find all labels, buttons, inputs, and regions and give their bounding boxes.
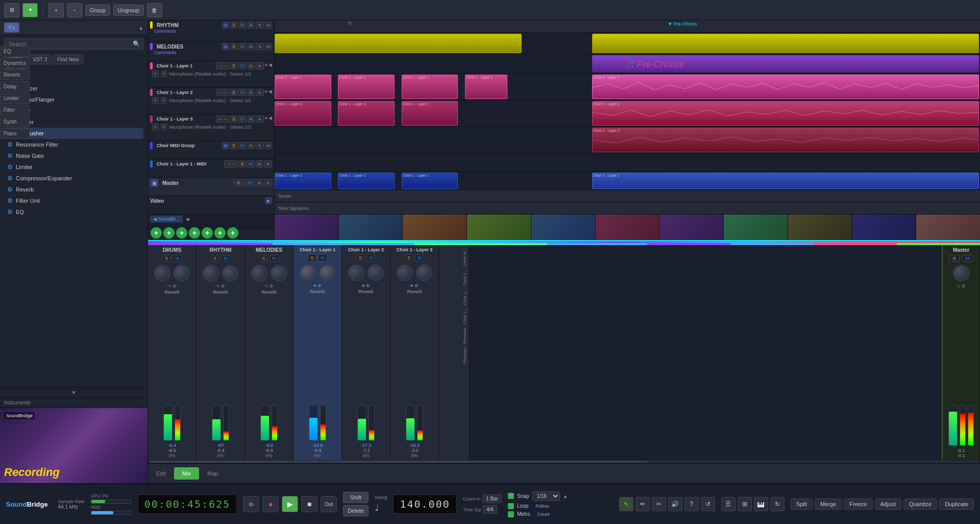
choir2-rec-btn[interactable]: ●	[265, 89, 267, 96]
fx-item-resonance[interactable]: ⚙ Resonance Filter	[4, 139, 143, 150]
choir1-block-1b[interactable]: Choir 1 - Layer 1	[338, 75, 395, 99]
choirmidi-wave-btn[interactable]: ∿	[256, 142, 264, 149]
choir2-block-big[interactable]: Choir 1 - Layer 2	[592, 101, 979, 126]
master-wave-btn[interactable]: ∿	[264, 179, 272, 186]
choir1-block-1a[interactable]: Choir 1 - Layer 1	[275, 75, 331, 99]
adjust-btn[interactable]: Adjust	[875, 498, 902, 510]
mini-ch-choir-master[interactable]: Choir M...	[440, 247, 468, 267]
time-display[interactable]: 00:00:45:625	[138, 494, 237, 514]
master-icon[interactable]: ▣	[150, 179, 158, 187]
choir1-s-btn[interactable]: S	[230, 62, 237, 69]
soundbites-tab[interactable]: ◀ SoundBr...	[150, 216, 183, 223]
view-list[interactable]: ☰	[721, 497, 736, 511]
fx-item-eq[interactable]: ⚙ EQ	[4, 206, 143, 218]
choirmidi2-m-btn[interactable]: M	[247, 160, 255, 168]
count-label[interactable]: Count	[537, 512, 550, 517]
cat-synth[interactable]: Synth	[0, 116, 30, 127]
rhythm-midi-btn[interactable]: M	[222, 21, 229, 29]
cat-eq[interactable]: EQ	[0, 46, 30, 57]
melodies-wave-btn[interactable]: ∿	[256, 43, 264, 50]
timesig-transport-value[interactable]: 4/4	[483, 505, 497, 514]
collapse-arrow[interactable]: ▲	[138, 25, 143, 31]
choirmidi-link-btn[interactable]: ∞	[265, 142, 272, 149]
rhythm-block-2[interactable]	[592, 34, 979, 53]
choir2-input-btn[interactable]: ≡	[152, 97, 159, 104]
transport-stop-btn[interactable]: ■	[301, 496, 317, 512]
ch-rhythm-s[interactable]: S	[211, 255, 219, 262]
choir2-block-1b[interactable]: Choir 1 - Layer 2	[338, 101, 395, 126]
transport-output-btn[interactable]: Out	[321, 496, 337, 512]
duplicate-btn[interactable]: Duplicate	[939, 498, 974, 510]
tab-edit[interactable]: Edit	[148, 467, 174, 480]
shift-btn[interactable]: Shift	[343, 492, 369, 503]
fx-btn[interactable]: ✦	[22, 3, 38, 17]
grid-btn[interactable]: ⊞	[4, 3, 19, 17]
choir1-block-1c[interactable]: Choir 1 - Layer 1	[402, 75, 458, 99]
choir2-s-btn[interactable]: S	[230, 89, 237, 96]
note-icon[interactable]: ♩	[375, 502, 387, 513]
choir2-a-btn[interactable]: A	[248, 89, 255, 96]
tool-help[interactable]: ?	[684, 497, 699, 511]
master-a-btn[interactable]: A	[256, 179, 263, 186]
choir1-route-btn[interactable]: →→	[216, 62, 229, 69]
mini-ch-choir2[interactable]: Choir 1...	[440, 288, 468, 306]
ch-melodies-s[interactable]: S	[259, 255, 267, 262]
merge-btn[interactable]: Merge	[815, 498, 842, 510]
melodies-s-btn[interactable]: S	[230, 43, 237, 50]
choir1-block-big[interactable]: Choir 1 - Layer 1	[592, 75, 979, 99]
ch-choir3-knob1[interactable]	[397, 265, 413, 281]
rhythm-s-btn[interactable]: S	[230, 21, 237, 29]
ch-melodies-m[interactable]: M	[270, 255, 279, 262]
ch-melodies-knob1[interactable]	[251, 265, 267, 281]
choir2-block-1a[interactable]: Choir 1 - Layer 2	[275, 101, 331, 126]
ch-rhythm-knob1[interactable]	[203, 265, 219, 281]
tab-mix[interactable]: Mix	[174, 467, 199, 480]
tracks-canvas[interactable]: 🎵 Pre-Chorus Choir 1 - Layer 1 Choir 1 -…	[275, 33, 980, 240]
metro-checkbox[interactable]	[508, 511, 514, 517]
choirmidi2-block-3[interactable]: Choir 1 - Layer 1	[402, 173, 458, 189]
transport-play-btn[interactable]: ▶	[282, 496, 298, 512]
choir3-s-btn[interactable]: S	[230, 115, 237, 123]
collapse-btn-bottom[interactable]: ▼	[0, 387, 148, 397]
tool-select[interactable]: ↖	[619, 497, 633, 511]
rhythm-wave-btn[interactable]: ∿	[256, 21, 264, 29]
ch-melodies-knob2[interactable]	[271, 265, 287, 281]
choirmidi-a-btn[interactable]: A	[248, 142, 255, 149]
melodies-link-btn[interactable]: ∞	[265, 43, 272, 50]
cat-filter[interactable]: Filter	[0, 105, 30, 115]
tool-pencil[interactable]: ✏	[635, 497, 650, 511]
choir2-mute-btn[interactable]: ◀	[268, 89, 272, 96]
choirmidi2-wave-btn[interactable]: ∿	[264, 160, 272, 168]
ch-choir1-knob2[interactable]	[319, 265, 335, 281]
ch-choir3-knob2[interactable]	[416, 265, 432, 281]
view-grid[interactable]: ⊞	[738, 497, 752, 511]
loop-checkbox[interactable]	[508, 503, 514, 509]
soundbites-next-btn[interactable]: ▶	[187, 217, 190, 222]
cat-delay[interactable]: Delay	[0, 81, 30, 92]
ch-rhythm-knob2[interactable]	[222, 265, 238, 281]
choir1-m-btn[interactable]: M	[238, 62, 247, 69]
follow-label[interactable]: Follow	[535, 504, 549, 509]
choir3-input-btn[interactable]: ≡	[152, 124, 159, 130]
choir2-route-btn[interactable]: →→	[216, 89, 229, 96]
ch-master-m[interactable]: ·M·	[962, 255, 973, 262]
tool-scissors[interactable]: ✂	[652, 497, 666, 511]
ch-drums-fader[interactable]	[163, 405, 173, 441]
view-piano[interactable]: 🎹	[754, 497, 768, 511]
transport-input-btn[interactable]: In	[243, 496, 259, 512]
choir2-block-1c[interactable]: Choir 1 - Layer 2	[402, 101, 458, 126]
transport-record-btn[interactable]: ●	[262, 496, 279, 512]
fx-item-reverb[interactable]: ⚙ Reverb	[4, 184, 143, 195]
choirmidi2-s-btn[interactable]: S	[238, 160, 246, 168]
view-redo[interactable]: ↻	[770, 497, 785, 511]
ch-drums-m[interactable]: M	[173, 255, 182, 262]
cat-limiter[interactable]: Limiter	[0, 93, 30, 104]
tab-find-new[interactable]: Find New	[53, 55, 83, 64]
countin-value[interactable]: 1 Bar	[482, 494, 502, 503]
snap-checkbox[interactable]	[508, 493, 514, 499]
choir1-block-1d[interactable]: Choir 1 - Layer 1	[465, 75, 507, 99]
split-btn[interactable]: Split	[791, 498, 813, 510]
choirmidi-m-btn[interactable]: M	[238, 142, 247, 149]
rhythm-link-btn[interactable]: ∞	[265, 21, 272, 29]
tool-undo[interactable]: ↺	[701, 497, 715, 511]
